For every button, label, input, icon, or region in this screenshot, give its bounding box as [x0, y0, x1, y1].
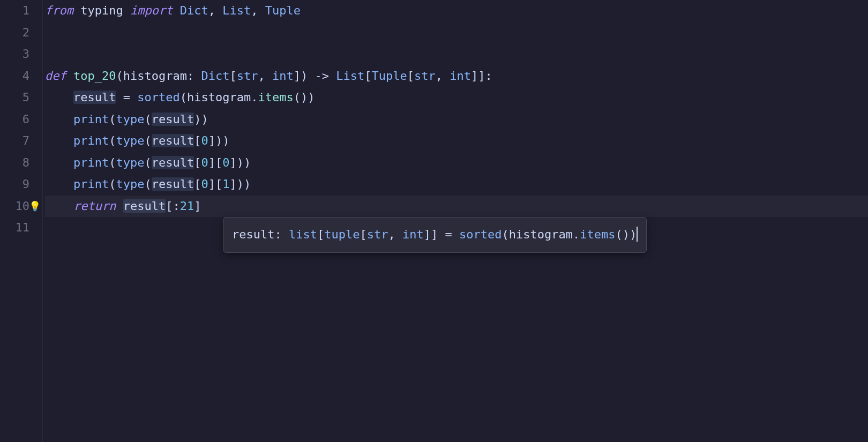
type-list: List — [336, 69, 364, 83]
var-result: result — [123, 199, 166, 213]
text-cursor — [637, 227, 638, 242]
var-result: result — [152, 177, 194, 191]
function-name: top_20 — [73, 69, 116, 83]
builtin-print: print — [73, 113, 109, 126]
line-number-gutter: 1 2 3 4 5 6 7 8 9 10 11 — [0, 0, 43, 442]
tooltip-type-str: str — [367, 228, 388, 241]
line-number: 7 — [0, 130, 29, 152]
code-line-4[interactable]: def top_20(histogram: Dict[str, int]) ->… — [45, 65, 868, 87]
type-str: str — [414, 69, 436, 83]
import-tuple: Tuple — [265, 4, 301, 17]
line-number: 9 — [0, 174, 29, 196]
type-tuple: Tuple — [371, 69, 407, 83]
type-int: int — [272, 69, 294, 83]
hover-tooltip: result: list[tuple[str, int]] = sorted(h… — [223, 217, 647, 253]
tooltip-histogram: histogram — [509, 228, 573, 241]
line-number: 5 — [0, 87, 29, 109]
tooltip-type-list: list — [289, 228, 317, 241]
line-number: 2 — [0, 22, 29, 44]
line-number: 1 — [0, 0, 29, 22]
number-0: 0 — [222, 156, 229, 169]
line-number: 11 — [0, 217, 29, 239]
code-line-7[interactable]: print(type(result[0])) — [45, 130, 868, 152]
var-result: result — [152, 156, 194, 169]
type-int: int — [450, 69, 471, 83]
code-text-area[interactable]: from typing import Dict, List, Tuple def… — [43, 0, 868, 442]
number-0: 0 — [201, 156, 208, 169]
import-list: List — [222, 4, 251, 17]
line-number: 3 — [0, 43, 29, 65]
tooltip-var-name: result — [232, 228, 274, 241]
var-result: result — [152, 134, 194, 147]
code-line-2[interactable] — [45, 22, 868, 44]
tooltip-sorted: sorted — [459, 228, 502, 241]
builtin-print: print — [73, 177, 109, 191]
code-line-10[interactable]: 💡 return result[:21] — [45, 196, 868, 218]
number-0: 0 — [201, 177, 208, 191]
code-line-8[interactable]: print(type(result[0][0])) — [45, 152, 868, 174]
method-items: items — [258, 91, 293, 104]
builtin-print: print — [73, 134, 109, 147]
var-result: result — [152, 113, 194, 126]
keyword-import: import — [130, 4, 173, 17]
builtin-sorted: sorted — [137, 91, 179, 104]
tooltip-type-tuple: tuple — [324, 228, 360, 241]
code-line-5[interactable]: result = sorted(histogram.items()) — [45, 87, 868, 109]
lightbulb-icon[interactable]: 💡 — [29, 196, 41, 218]
builtin-type: type — [116, 177, 144, 191]
type-str: str — [237, 69, 258, 83]
number-1: 1 — [222, 177, 229, 191]
equals: = — [123, 91, 130, 104]
keyword-from: from — [45, 4, 73, 17]
number-0: 0 — [201, 134, 208, 147]
line-number: 8 — [0, 152, 29, 174]
line-number: 10 — [0, 196, 29, 218]
number-21: 21 — [180, 199, 194, 213]
keyword-def: def — [45, 69, 66, 83]
tooltip-type-int: int — [402, 228, 424, 241]
code-line-1[interactable]: from typing import Dict, List, Tuple — [45, 0, 868, 22]
param-histogram: histogram — [123, 69, 187, 83]
code-line-3[interactable] — [45, 43, 868, 65]
tooltip-items: items — [580, 228, 615, 241]
builtin-type: type — [116, 134, 144, 147]
code-line-9[interactable]: print(type(result[0][1])) — [45, 174, 868, 196]
code-editor[interactable]: 1 2 3 4 5 6 7 8 9 10 11 from typing impo… — [0, 0, 868, 442]
line-number: 4 — [0, 65, 29, 87]
builtin-type: type — [116, 156, 144, 169]
import-dict: Dict — [180, 4, 208, 17]
var-result: result — [73, 91, 116, 104]
builtin-type: type — [116, 113, 144, 126]
builtin-print: print — [73, 156, 109, 169]
keyword-return: return — [73, 199, 116, 213]
line-number: 6 — [0, 109, 29, 131]
type-dict: Dict — [201, 69, 229, 83]
module-typing: typing — [80, 4, 123, 17]
code-line-6[interactable]: print(type(result)) — [45, 109, 868, 131]
var-histogram: histogram — [187, 91, 251, 104]
